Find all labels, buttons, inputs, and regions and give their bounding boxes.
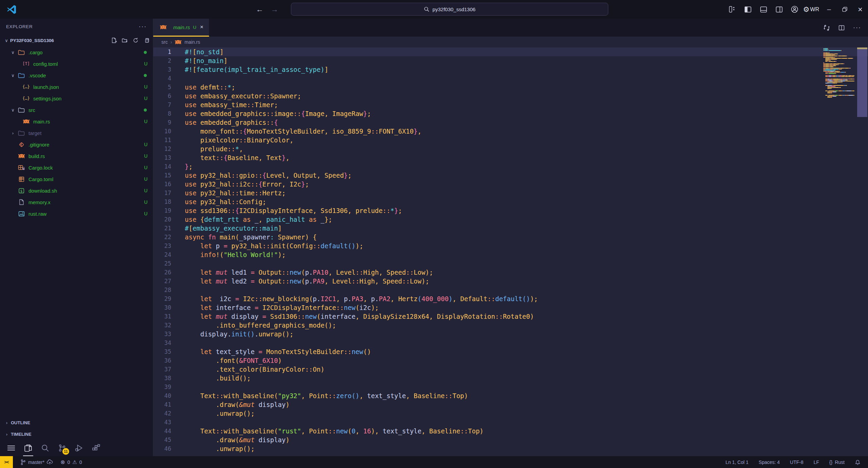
code-line-31[interactable]: 31 let mut display = Ssd1306::new(interf… [153, 312, 868, 321]
section-timeline[interactable]: ›TIMELINE [0, 428, 153, 440]
code-line-15[interactable]: 15use py32_hal::gpio::{Level, Output, Sp… [153, 171, 868, 180]
code-line-9[interactable]: 9use embedded_graphics::{ [153, 118, 868, 127]
editor-more-actions-icon[interactable]: ··· [853, 24, 861, 31]
new-file-icon[interactable] [111, 37, 117, 43]
code-line-27[interactable]: 27 let mut led2 = Output::new(p.PA9, Lev… [153, 277, 868, 286]
code-line-3[interactable]: 3#![feature(impl_trait_in_assoc_type)] [153, 65, 868, 74]
code-line-17[interactable]: 17use py32_hal::time::Hertz; [153, 189, 868, 197]
close-button[interactable]: × [852, 0, 868, 19]
editor-scrollbar[interactable] [856, 47, 868, 456]
tree-item--cargo[interactable]: ∨.cargo [0, 46, 153, 58]
code-line-45[interactable]: 45 .draw(&mut display) [153, 435, 868, 444]
code-line-14[interactable]: 14}; [153, 162, 868, 171]
code-line-11[interactable]: 11 pixelcolor::BinaryColor, [153, 136, 868, 144]
code-line-12[interactable]: 12 prelude::*, [153, 144, 868, 153]
code-line-46[interactable]: 46 .unwrap(); [153, 444, 868, 453]
toggle-secondary-sidebar-icon[interactable] [771, 0, 787, 19]
code-line-10[interactable]: 10 mono_font::{MonoTextStyleBuilder, iso… [153, 127, 868, 136]
activity-search-icon[interactable] [37, 440, 53, 456]
tree-item-settings-json[interactable]: {…}settings.jsonU [0, 93, 153, 104]
activity-run-debug-icon[interactable] [71, 440, 87, 456]
minimize-button[interactable]: – [821, 0, 837, 19]
activity-explorer-icon[interactable] [20, 440, 36, 456]
code-line-2[interactable]: 2#![no_main] [153, 56, 868, 65]
back-arrow-icon[interactable]: ← [256, 5, 263, 14]
problems-item[interactable]: ⊗ 0 ⚠ 0 [60, 459, 82, 465]
code-line-6[interactable]: 6use embassy_executor::Spawner; [153, 92, 868, 100]
remote-indicator[interactable]: >< [0, 456, 13, 468]
explorer-more-icon[interactable]: ··· [139, 23, 147, 30]
eol-sequence[interactable]: LF [814, 460, 819, 465]
tree-item--vscode[interactable]: ∨.vscode [0, 70, 153, 81]
open-changes-icon[interactable] [823, 24, 830, 31]
account-icon[interactable] [787, 0, 803, 19]
menu-icon[interactable] [3, 440, 19, 456]
activity-extensions-icon[interactable] [88, 440, 104, 456]
code-line-32[interactable]: 32 .into_buffered_graphics_mode(); [153, 321, 868, 330]
tab-close-icon[interactable]: × [200, 24, 203, 31]
code-line-16[interactable]: 16use py32_hal::i2c::{Error, I2c}; [153, 180, 868, 189]
code-line-23[interactable]: 23 let p = py32_hal::init(Config::defaul… [153, 241, 868, 250]
customize-layout-icon[interactable] [725, 0, 740, 19]
code-line-36[interactable]: 36 .font(&FONT_6X10) [153, 356, 868, 365]
code-line-40[interactable]: 40 Text::with_baseline("py32", Point::ze… [153, 391, 868, 400]
code-line-13[interactable]: 13 text::{Baseline, Text}, [153, 153, 868, 162]
code-line-42[interactable]: 42 .unwrap(); [153, 409, 868, 418]
git-branch-item[interactable]: master* [20, 459, 53, 465]
notifications-bell[interactable] [855, 459, 861, 465]
code-line-29[interactable]: 29 let i2c = I2c::new_blocking(p.I2C1, p… [153, 294, 868, 303]
restore-button[interactable] [837, 0, 852, 19]
project-section-header[interactable]: ∨ PY32F030_SSD1306 [0, 34, 153, 46]
code-line-19[interactable]: 19use ssd1306::{I2CDisplayInterface, Ssd… [153, 206, 868, 215]
split-editor-icon[interactable] [838, 24, 845, 31]
code-line-44[interactable]: 44 Text::with_baseline("rust", Point::ne… [153, 427, 868, 435]
code-line-22[interactable]: 22async fn main(_spawner: Spawner) { [153, 233, 868, 241]
tab-main-rs[interactable]: main.rs U × [153, 19, 209, 37]
code-line-25[interactable]: 25 [153, 259, 868, 268]
indentation[interactable]: Spaces: 4 [759, 460, 780, 465]
tree-item--gitignore[interactable]: .gitignoreU [0, 139, 153, 150]
breadcrumb-file[interactable]: main.rs [184, 39, 200, 45]
code-line-30[interactable]: 30 let interface = I2CDisplayInterface::… [153, 303, 868, 312]
code-line-37[interactable]: 37 .text_color(BinaryColor::On) [153, 365, 868, 374]
toggle-panel-icon[interactable] [756, 0, 771, 19]
refresh-icon[interactable] [133, 37, 139, 43]
activity-source-control-icon[interactable]: 11 [54, 440, 70, 456]
code-line-8[interactable]: 8use embedded_graphics::image::{Image, I… [153, 109, 868, 118]
tree-item-build-rs[interactable]: build.rsU [0, 150, 153, 162]
code-line-1[interactable]: 1#![no_std] [153, 47, 868, 56]
section-outline[interactable]: ›OUTLINE [0, 417, 153, 428]
code-line-39[interactable]: 39 [153, 383, 868, 391]
code-line-24[interactable]: 24 info!("Hello World!"); [153, 250, 868, 259]
code-line-18[interactable]: 18use py32_hal::Config; [153, 197, 868, 206]
code-editor[interactable]: 1#![no_std]2#![no_main]3#![feature(impl_… [153, 47, 868, 456]
code-line-21[interactable]: 21#[embassy_executor::main] [153, 224, 868, 233]
code-line-35[interactable]: 35 let text_style = MonoTextStyleBuilder… [153, 347, 868, 356]
cursor-position[interactable]: Ln 1, Col 1 [726, 460, 749, 465]
code-line-43[interactable]: 43 [153, 418, 868, 427]
tree-item-download-sh[interactable]: $download.shU [0, 185, 153, 196]
code-line-28[interactable]: 28 [153, 286, 868, 294]
new-folder-icon[interactable] [122, 37, 128, 43]
toggle-primary-sidebar-icon[interactable] [740, 0, 756, 19]
tree-item-cargo-lock[interactable]: Cargo.lockU [0, 162, 153, 173]
code-line-41[interactable]: 41 .draw(&mut display) [153, 400, 868, 409]
code-line-20[interactable]: 20use {defmt_rtt as _, panic_halt as _}; [153, 215, 868, 224]
scrollbar-thumb[interactable] [857, 47, 867, 117]
breadcrumb-folder[interactable]: src [161, 39, 168, 45]
code-line-38[interactable]: 38 .build(); [153, 374, 868, 383]
settings-profile[interactable]: ⚙ WR [803, 6, 821, 13]
tree-item-rust-raw[interactable]: rust.rawU [0, 208, 153, 219]
tree-item-config-toml[interactable]: [T]config.tomlU [0, 58, 153, 70]
encoding[interactable]: UTF-8 [790, 460, 804, 465]
code-line-33[interactable]: 33 display.init().unwrap(); [153, 330, 868, 338]
tree-item-main-rs[interactable]: main.rsU [0, 116, 153, 127]
code-line-26[interactable]: 26 let mut led1 = Output::new(p.PA10, Le… [153, 268, 868, 277]
tree-item-cargo-toml[interactable]: Cargo.tomlU [0, 173, 153, 185]
tree-item-memory-x[interactable]: memory.xU [0, 196, 153, 208]
collapse-folders-icon[interactable] [143, 37, 150, 43]
forward-arrow-icon[interactable]: → [271, 5, 278, 14]
code-line-7[interactable]: 7use embassy_time::Timer; [153, 100, 868, 109]
code-line-4[interactable]: 4 [153, 74, 868, 83]
command-center-search[interactable]: py32f030_ssd1306 [291, 3, 608, 16]
